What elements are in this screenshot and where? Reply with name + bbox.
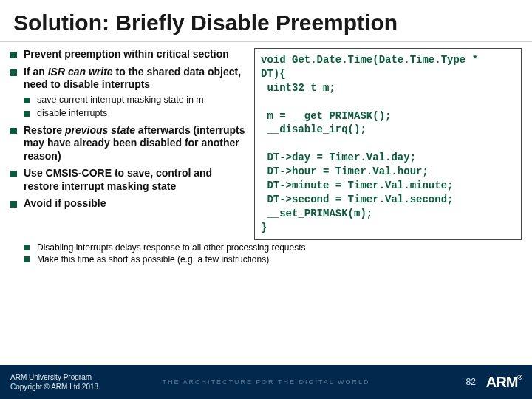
sub-bullet: save current interrupt masking state in … <box>24 95 247 106</box>
bullet-column: Prevent preemption within critical secti… <box>10 48 247 240</box>
sub-note: Make this time as short as possible (e.g… <box>24 253 519 265</box>
bullet-list: Prevent preemption within critical secti… <box>10 48 247 211</box>
code-block: void Get.Date.Time(Date.Time.Type * DT){… <box>254 48 522 240</box>
footer-left: ARM University Program Copyright © ARM L… <box>10 372 98 392</box>
text: Restore <box>24 124 65 136</box>
bullet-1: Prevent preemption within critical secti… <box>10 48 247 61</box>
bullet-2: If an ISR can write to the shared data o… <box>10 66 247 120</box>
footer-copyright: Copyright © ARM Ltd 2013 <box>10 382 98 392</box>
bullet-3: Restore previous state afterwards (inter… <box>10 124 247 163</box>
text-italic: previous state <box>65 124 135 136</box>
arm-logo: ARM® <box>486 374 522 391</box>
sub-list: save current interrupt masking state in … <box>24 95 247 120</box>
footer-right: 82 ARM® <box>466 374 522 391</box>
code-column: void Get.Date.Time(Date.Time.Type * DT){… <box>254 48 522 240</box>
bullet-4: Use CMSIS-CORE to save, control and rest… <box>10 167 247 193</box>
sub-note: Disabling interrupts delays response to … <box>24 242 519 253</box>
sub-notes: Disabling interrupts delays response to … <box>0 240 532 265</box>
sub-note-list: Disabling interrupts delays response to … <box>24 242 519 265</box>
logo-text: ARM <box>486 374 518 390</box>
content-row: Prevent preemption within critical secti… <box>0 42 532 240</box>
bullet-5: Avoid if possible <box>10 197 247 211</box>
text-italic: ISR can write <box>48 66 113 78</box>
footer-tagline: THE ARCHITECTURE FOR THE DIGITAL WORLD <box>163 378 370 386</box>
footer-program: ARM University Program <box>10 372 98 382</box>
footer-bar: ARM University Program Copyright © ARM L… <box>0 365 532 399</box>
page-number: 82 <box>466 377 475 387</box>
text: Prevent preemption within critical secti… <box>24 48 229 60</box>
sub-bullet: disable interrupts <box>24 108 247 120</box>
slide-title: Solution: Briefly Disable Preemption <box>0 0 532 42</box>
slide: Solution: Briefly Disable Preemption Pre… <box>0 0 532 399</box>
text: If an <box>24 66 48 78</box>
